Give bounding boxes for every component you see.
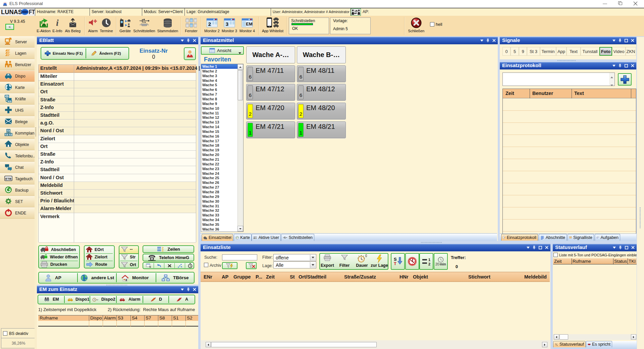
svg-text:0: 0 [365, 254, 367, 258]
svg-text:4: 4 [556, 344, 557, 346]
svg-text:1: 1 [428, 258, 430, 262]
svg-text:ETB: ETB [5, 177, 12, 181]
svg-text:112: 112 [150, 258, 154, 260]
svg-text:EM: EM [246, 21, 253, 27]
svg-text:2: 2 [428, 262, 430, 266]
svg-text:i: i [56, 18, 59, 28]
svg-text:LUNAS: LUNAS [1, 8, 22, 15]
svg-text:min: min [440, 262, 446, 266]
svg-text:T: T [394, 261, 396, 266]
svg-text:3: 3 [226, 21, 228, 27]
svg-text:2: 2 [208, 21, 211, 27]
svg-text:20: 20 [435, 262, 439, 266]
svg-text:3: 3 [555, 343, 556, 345]
svg-text:FT: FT [29, 8, 35, 15]
